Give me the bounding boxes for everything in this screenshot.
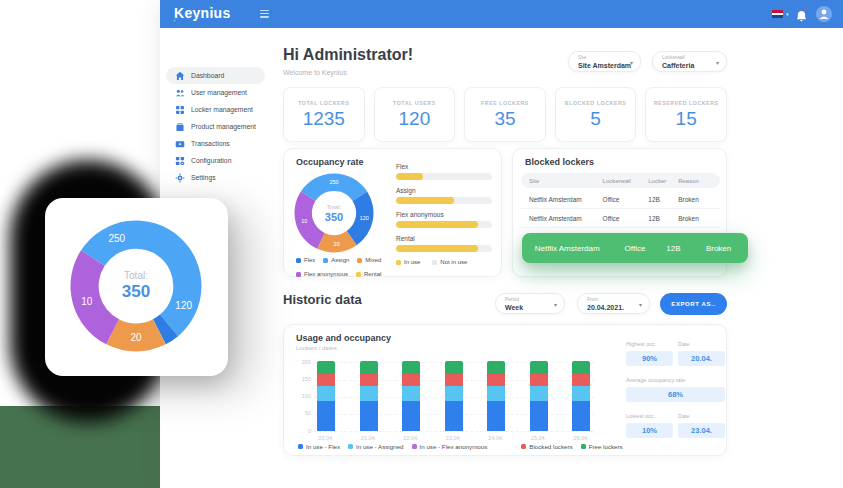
highest-occ-date: 20.04. [678,351,725,366]
callout-reason: Broken [689,244,748,253]
modules-icon [175,156,185,166]
in-use-bars: Flex Assign Flex anonymous Rental In use [396,163,492,265]
svg-text:20: 20 [334,241,340,247]
sidebar-item-product-management[interactable]: Product management [166,118,265,135]
donut-legend: FlexAssignMixedFlex anonymousRental [296,252,396,280]
bar-label: Rental [396,235,492,242]
sidebar-item-label: Product management [191,123,256,130]
page: Keynius ▾ Dashboard User m [0,0,843,488]
from-dropdown-value: 20.04.2021. [587,304,624,311]
sidebar-item-settings[interactable]: Settings [166,169,265,186]
usage-bar-rental: Rental [396,235,492,252]
sidebar-item-user-management[interactable]: User management [166,84,265,101]
logo-dot-icon [173,19,176,22]
netherlands-flag-icon[interactable] [772,10,783,18]
card-icon [175,139,185,149]
legend-item: Blocked lockers [521,443,572,450]
blocked-locker-highlight-row[interactable]: Netflix Amsterdam Office 12B Broken [522,233,748,263]
stat-label: TOTAL USERS [375,100,455,106]
from-date-dropdown[interactable]: From 20.04.2021. ▾ [577,293,650,314]
legend-swatch [323,258,328,263]
column-reason: Reason [678,178,720,184]
bar-track [396,245,492,252]
usage-occupancy-panel: Usage and occupancy Lockers / dates 0501… [283,324,727,456]
panel-title: Blocked lockers [525,157,594,167]
legend-swatch [296,272,301,277]
usage-bar-flex: Flex [396,163,492,180]
column-lockerwall: Lockerwall [603,178,649,184]
column-site: Site [521,178,603,184]
table-row[interactable]: Netflix Amsterdam Office 12B Broken [521,190,720,209]
sidebar-item-transactions[interactable]: Transactions [166,135,265,152]
stat-value: 15 [646,108,726,130]
bar-fill [396,173,423,180]
sidebar-item-locker-management[interactable]: Locker management [166,101,265,118]
bar-track [396,221,492,228]
bar-fill [396,197,454,204]
gear-icon [175,173,185,183]
legend-item: Free lockers [581,443,623,450]
stats-row: TOTAL LOCKERS 1235 TOTAL USERS 120 FREE … [283,87,727,142]
section-title: Historic data [283,292,362,307]
occupancy-donut-zoom-chart: 2501202010 Total: 350 [70,220,202,352]
chart-legend: In use - Flex In use - Assigned In use -… [298,443,631,450]
user-avatar[interactable] [816,6,832,22]
menu-icon[interactable] [260,10,269,20]
stat-card-total-users: TOTAL USERS 120 [374,87,456,142]
brand-logo: Keynius [174,5,231,21]
stat-label: RESERVED LOCKERS [646,100,726,106]
svg-text:120: 120 [360,215,369,221]
grid-icon [175,105,185,115]
stat-value: 5 [556,108,636,130]
app-window: Keynius ▾ Dashboard User m [160,0,843,488]
legend-item: Rental [356,269,381,280]
stat-label: FREE LOCKERS [465,100,545,106]
site-dropdown-value: Site Amsterdam [578,62,631,69]
legend-item: Mixed [357,255,381,266]
lockerwall-dropdown-value: Caffeteria [662,62,694,69]
stat-value: 120 [375,108,455,130]
site-dropdown[interactable]: Site Site Amsterdam ▾ [568,51,641,72]
occupancy-rate-panel: Occupancy rate 2501202010 Total: 350 Fle… [283,148,502,277]
lockerwall-dropdown[interactable]: Lockerwall Caffeteria ▾ [652,51,727,72]
legend-swatch [356,272,361,277]
legend-swatch [357,258,362,263]
export-as-button[interactable]: EXPORT AS.. [660,293,727,315]
svg-text:10: 10 [81,296,93,307]
stat-value: 1235 [284,108,364,130]
column-locker: Locker [648,178,678,184]
period-dropdown[interactable]: Period Week ▾ [495,293,565,314]
occupancy-donut-zoom-card: 2501202010 Total: 350 [45,198,228,376]
logo-dot-icon [209,6,212,9]
sidebar-item-dashboard[interactable]: Dashboard [166,67,265,84]
stat-value: 35 [465,108,545,130]
chevron-down-icon: ▾ [716,59,719,66]
average-occ-label: Average occupancy rate [626,377,685,383]
chevron-down-icon: ▾ [630,59,633,66]
notification-badge [803,7,807,11]
legend-swatch [348,444,353,449]
panel-title: Occupancy rate [296,157,364,167]
home-icon [175,71,185,81]
legend-swatch [396,260,401,265]
table-row[interactable]: Netflix Amsterdam Office 12B Broken [521,209,720,228]
svg-text:120: 120 [175,300,192,311]
sidebar-item-label: Transactions [191,140,230,147]
in-use-legend: In use Not in use [396,259,492,265]
sidebar-item-label: Settings [191,174,216,181]
period-dropdown-label: Period [505,297,519,302]
highest-occ-value: 90% [626,351,673,366]
lowest-occ-value: 10% [626,423,673,438]
legend-swatch [298,444,303,449]
legend-swatch [521,444,526,449]
users-icon [175,88,185,98]
legend-item: In use - Assigned [348,443,403,450]
page-subtitle: Welcome to Keynius [283,69,347,76]
legend-item: In use [396,259,420,265]
sidebar-item-configuration[interactable]: Configuration [166,152,265,169]
lockerwall-dropdown-label: Lockerwall [662,55,685,60]
period-dropdown-value: Week [505,304,523,311]
sidebar-item-label: Locker management [191,106,253,113]
from-dropdown-label: From [587,297,598,302]
usage-bar-assign: Assign [396,187,492,204]
